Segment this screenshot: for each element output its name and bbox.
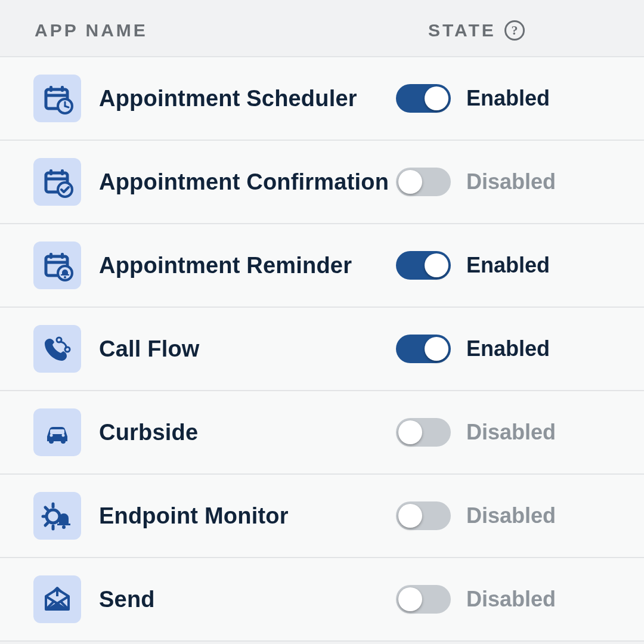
state-cell: Disabled: [396, 168, 556, 196]
table-row: Endpoint Monitor Disabled: [0, 475, 644, 558]
app-name-label: Appointment Reminder: [81, 253, 396, 278]
column-header-state: STATE ?: [428, 20, 525, 41]
state-label: Enabled: [466, 336, 550, 361]
state-label: Enabled: [466, 86, 550, 111]
toggle-knob: [425, 86, 448, 110]
help-icon[interactable]: ?: [504, 20, 525, 41]
app-rows: Appointment Scheduler Enabled Appointmen…: [0, 57, 644, 642]
state-label: Disabled: [466, 169, 556, 194]
state-toggle[interactable]: [396, 418, 451, 447]
app-icon-tile: [33, 408, 81, 456]
state-toggle[interactable]: [396, 585, 451, 614]
state-cell: Disabled: [396, 418, 556, 447]
table-row: Curbside Disabled: [0, 391, 644, 475]
table-header: APP NAME STATE ?: [0, 0, 644, 57]
mail-send-icon: [41, 583, 73, 615]
table-row: Call Flow Enabled: [0, 308, 644, 391]
app-name-label: Endpoint Monitor: [81, 503, 396, 529]
state-toggle[interactable]: [396, 335, 451, 363]
state-toggle[interactable]: [396, 168, 451, 196]
app-name-label: Curbside: [81, 420, 396, 445]
state-cell: Disabled: [396, 501, 556, 530]
table-row: Appointment Confirmation Disabled: [0, 141, 644, 224]
app-name-label: Appointment Confirmation: [81, 169, 396, 195]
toggle-knob: [398, 587, 422, 611]
state-cell: Enabled: [396, 251, 550, 280]
table-row: Appointment Reminder Enabled: [0, 224, 644, 308]
app-icon-tile: [33, 75, 81, 122]
state-toggle[interactable]: [396, 501, 451, 530]
app-icon-tile: [33, 492, 81, 540]
calendar-check-icon: [41, 166, 73, 198]
state-toggle[interactable]: [396, 251, 451, 280]
toggle-knob: [398, 504, 422, 528]
table-row: Appointment Scheduler Enabled: [0, 57, 644, 141]
app-icon-tile: [33, 575, 81, 623]
state-label: Enabled: [466, 253, 550, 278]
state-cell: Disabled: [396, 585, 556, 614]
app-list-panel: APP NAME STATE ? Appointment Scheduler E…: [0, 0, 644, 644]
state-cell: Enabled: [396, 84, 550, 113]
column-header-appname: APP NAME: [35, 20, 428, 41]
app-icon-tile: [33, 158, 81, 206]
column-header-state-label: STATE: [428, 20, 496, 41]
app-name-label: Appointment Scheduler: [81, 86, 396, 112]
state-label: Disabled: [466, 503, 556, 528]
calendar-clock-icon: [41, 82, 73, 114]
state-toggle[interactable]: [396, 84, 451, 113]
toggle-knob: [425, 253, 448, 277]
gear-bell-icon: [41, 500, 73, 532]
phone-flow-icon: [41, 333, 73, 365]
calendar-bell-icon: [41, 249, 73, 281]
state-label: Disabled: [466, 587, 556, 612]
toggle-knob: [398, 170, 422, 194]
app-name-label: Call Flow: [81, 336, 396, 362]
app-name-label: Send: [81, 587, 396, 612]
car-icon: [41, 416, 73, 448]
toggle-knob: [425, 337, 448, 361]
table-row: Send Disabled: [0, 558, 644, 642]
app-icon-tile: [33, 242, 81, 289]
state-cell: Enabled: [396, 335, 550, 363]
state-label: Disabled: [466, 420, 556, 445]
app-icon-tile: [33, 325, 81, 373]
toggle-knob: [398, 420, 422, 444]
